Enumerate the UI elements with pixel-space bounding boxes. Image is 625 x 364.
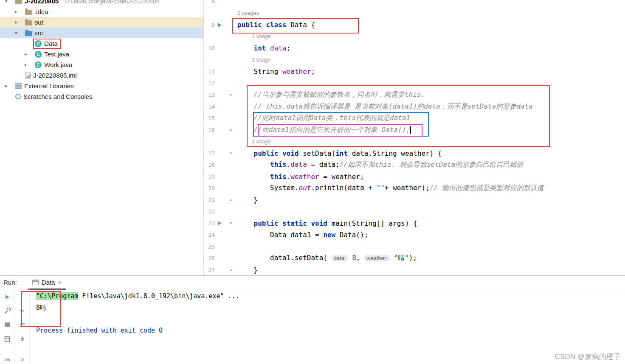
code-seg-plain: Data data1 = <box>237 231 323 239</box>
code-line-15[interactable]: 15 //此时data1调用Data类，this代表的就是data1 <box>204 112 625 124</box>
gutter[interactable]: 25 <box>204 241 237 253</box>
code-line-20[interactable]: 20 System.out.println(data + ""+ weather… <box>204 182 625 194</box>
chevron-right-icon[interactable]: ▸ <box>25 62 33 67</box>
gutter[interactable]: 13 <box>204 89 237 101</box>
chevron-right-icon[interactable]: ▸ <box>25 51 33 57</box>
fold-marker-icon[interactable] <box>224 94 237 96</box>
gutter[interactable]: 17 <box>204 148 237 160</box>
gutter[interactable]: 20 <box>204 182 237 194</box>
usage-annotation[interactable]: 1 usage <box>204 31 625 43</box>
code-line-16[interactable]: 16 //而data1指向的是它所开辟的一个对象 Data(); <box>204 124 625 136</box>
gutter[interactable]: 9 <box>204 19 237 31</box>
usage-annotation-label[interactable]: 1 usage <box>237 139 270 145</box>
console-output[interactable]: "C:\Program Files\Java\jdk1.8.0_192\bin\… <box>30 289 625 364</box>
code-seg-plain: ; <box>311 67 315 76</box>
gutter[interactable]: 23 <box>204 218 237 230</box>
usage-annotation[interactable]: 1 usage <box>204 54 625 66</box>
gutter[interactable]: 19 <box>204 171 237 183</box>
gutter[interactable]: 27 <box>204 264 237 276</box>
fold-marker-icon[interactable] <box>224 222 237 224</box>
tree-item-data[interactable]: CData <box>0 38 203 49</box>
code-line-11[interactable]: 11 String weather; <box>204 66 625 78</box>
tree-item-external-libraries[interactable]: ▸External Libraries <box>0 81 203 91</box>
tree-item-root[interactable]: ▾ J-20220805 D:\JavaCode\java-code\J-202… <box>0 0 203 6</box>
code-line-14[interactable]: 14 // this.data就告诉编译器是 是当前对象(data1)的data… <box>204 101 625 113</box>
chevron-down-icon[interactable]: ▾ <box>15 30 23 36</box>
chevron-right-icon[interactable]: ▸ <box>5 83 14 89</box>
gutter[interactable]: 26 <box>204 252 237 264</box>
gutter[interactable]: 18 <box>204 159 237 171</box>
code-line-24[interactable]: 24 Data data1 = new Data(); <box>204 229 625 241</box>
fold-marker-icon[interactable] <box>224 152 237 154</box>
gutter[interactable]: 14 <box>204 101 237 113</box>
code-line-21[interactable]: 21 } <box>204 194 625 206</box>
console-tab-icon <box>32 280 39 285</box>
code-line-26[interactable]: 26 data1.setData( data: 8, weather: "晴")… <box>204 252 625 264</box>
rerun-button[interactable] <box>0 293 14 300</box>
gutter[interactable]: 15 <box>204 112 237 124</box>
chevron-down-icon[interactable]: ▾ <box>5 0 14 4</box>
more-chevron-icon[interactable]: » <box>15 356 29 363</box>
usage-annotation-label[interactable]: 1 usage <box>237 34 270 39</box>
code-editor[interactable]: 82 usages9public class Data {1 usage10 i… <box>204 0 625 275</box>
code-seg-plain: } <box>237 196 258 204</box>
usage-annotation[interactable]: 2 usages <box>204 8 625 20</box>
code-line-22[interactable]: 22 <box>204 206 625 218</box>
tree-item-scratches-and-consoles[interactable]: Scratches and Consoles <box>0 91 203 102</box>
tree-item-test-java[interactable]: ▸CTest.java <box>0 49 203 59</box>
collapse-icon[interactable] <box>15 307 29 314</box>
scroll-to-end-icon[interactable] <box>15 335 29 342</box>
run-tab-data[interactable]: Data × <box>28 276 66 289</box>
line-number: 9 <box>204 22 215 28</box>
tree-item-src[interactable]: ▾src <box>0 28 203 38</box>
run-line-icon[interactable] <box>215 22 224 28</box>
tree-item-work-java[interactable]: ▸CWork.java <box>0 59 203 70</box>
soft-wrap-icon[interactable] <box>15 321 29 328</box>
chevron-right-icon[interactable]: ▸ <box>15 9 23 14</box>
tree-item--idea[interactable]: ▸.idea <box>0 6 203 17</box>
code-line-18[interactable]: 18 this.data = data;//如果不加this. 就会导致setD… <box>204 159 625 171</box>
tree-item-out[interactable]: ▸out <box>0 17 203 28</box>
more-chevrons-icon[interactable]: »» <box>0 356 14 363</box>
code-seg-fld: data <box>270 44 287 52</box>
gutter[interactable]: 22 <box>204 206 237 218</box>
usage-annotation[interactable]: 1 usage <box>204 136 625 148</box>
tree-item-label: Work.java <box>44 62 72 68</box>
gutter[interactable]: 8 <box>204 0 237 8</box>
gutter[interactable]: 11 <box>204 66 237 78</box>
code-line-19[interactable]: 19 this.weather = weather; <box>204 171 625 183</box>
code-line-17[interactable]: 17 public void setData(int data,String w… <box>204 148 625 160</box>
fold-marker-icon[interactable] <box>224 129 237 131</box>
run-line-icon[interactable] <box>215 221 224 226</box>
fold-marker-icon[interactable] <box>224 199 237 201</box>
code-text: int data; <box>237 44 290 52</box>
fold-marker-icon[interactable] <box>224 269 237 271</box>
project-panel[interactable]: ▾ J-20220805 D:\JavaCode\java-code\J-202… <box>0 0 204 275</box>
usage-annotation-label[interactable]: 1 usage <box>237 57 270 63</box>
code-text: public void setData(int data,String weat… <box>237 149 442 157</box>
gutter[interactable]: 16 <box>204 124 237 136</box>
code-line-27[interactable]: 27 } <box>204 264 625 276</box>
code-line-12[interactable]: 12 <box>204 78 625 90</box>
code-line-13[interactable]: 13 //当形参与需要被赋值的参数名，同名时，就需要this. <box>204 89 625 101</box>
code-line-9[interactable]: 9public class Data { <box>204 19 625 31</box>
fold-arrow <box>229 199 233 201</box>
tree-item-j-20220805-iml[interactable]: J-20220805.iml <box>0 70 203 81</box>
build-wrench-icon[interactable] <box>0 307 14 314</box>
chevron-right-icon[interactable]: ▸ <box>15 20 23 25</box>
console-line <box>36 314 625 325</box>
stop-button[interactable] <box>0 321 14 328</box>
close-icon[interactable]: × <box>58 279 62 286</box>
code-seg-fld: .weather <box>287 173 319 181</box>
gutter[interactable]: 24 <box>204 229 237 241</box>
code-line-8[interactable]: 8 <box>204 0 625 8</box>
code-seg-hint: weather: <box>364 255 390 261</box>
gutter[interactable]: 12 <box>204 78 237 90</box>
usage-annotation-label[interactable]: 2 usages <box>237 10 259 16</box>
code-line-10[interactable]: 10 int data; <box>204 42 625 54</box>
gutter[interactable]: 21 <box>204 194 237 206</box>
restore-layout-icon[interactable] <box>0 335 14 342</box>
gutter[interactable]: 10 <box>204 42 237 54</box>
code-line-23[interactable]: 23 public static void main(String[] args… <box>204 218 625 230</box>
code-line-25[interactable]: 25 <box>204 241 625 253</box>
